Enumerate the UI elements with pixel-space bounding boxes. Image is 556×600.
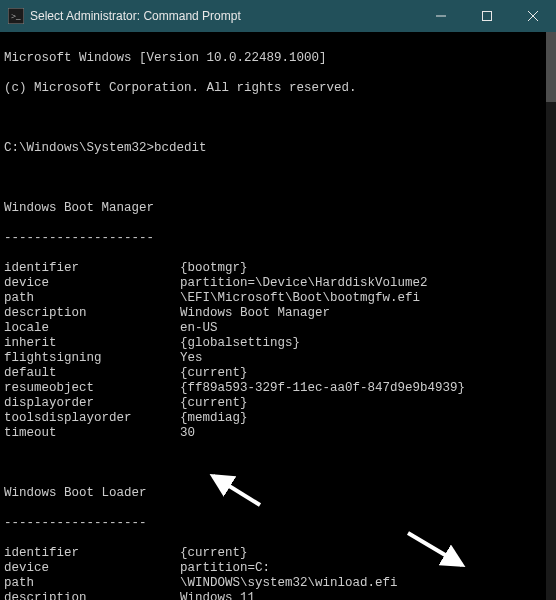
maximize-button[interactable] — [464, 0, 510, 32]
output-value: Windows Boot Manager — [180, 306, 330, 321]
window-title: Select Administrator: Command Prompt — [30, 9, 418, 23]
header-line-1: Microsoft Windows [Version 10.0.22489.10… — [4, 51, 542, 66]
output-value: {memdiag} — [180, 411, 248, 426]
output-key: description — [4, 591, 180, 600]
output-row: resumeobject{ff89a593-329f-11ec-aa0f-847… — [4, 381, 542, 396]
output-key: displayorder — [4, 396, 180, 411]
output-row: timeout30 — [4, 426, 542, 441]
output-row: localeen-US — [4, 321, 542, 336]
output-value: \WINDOWS\system32\winload.efi — [180, 576, 398, 591]
output-key: locale — [4, 321, 180, 336]
output-key: resumeobject — [4, 381, 180, 396]
output-row: path\EFI\Microsoft\Boot\bootmgfw.efi — [4, 291, 542, 306]
vertical-scrollbar[interactable] — [546, 32, 556, 600]
output-key: device — [4, 561, 180, 576]
output-row: devicepartition=C: — [4, 561, 542, 576]
header-line-2: (c) Microsoft Corporation. All rights re… — [4, 81, 542, 96]
prompt-1: C:\Windows\System32>bcdedit — [4, 141, 542, 156]
output-value: {current} — [180, 366, 248, 381]
output-key: timeout — [4, 426, 180, 441]
output-value: \EFI\Microsoft\Boot\bootmgfw.efi — [180, 291, 420, 306]
section1-rule: -------------------- — [4, 231, 542, 246]
output-value: {current} — [180, 396, 248, 411]
window-controls — [418, 0, 556, 32]
output-row: toolsdisplayorder{memdiag} — [4, 411, 542, 426]
svg-rect-3 — [483, 12, 492, 21]
section2-rule: ------------------- — [4, 516, 542, 531]
section2-title: Windows Boot Loader — [4, 486, 542, 501]
output-key: toolsdisplayorder — [4, 411, 180, 426]
output-value: 30 — [180, 426, 195, 441]
output-value: {ff89a593-329f-11ec-aa0f-847d9e9b4939} — [180, 381, 465, 396]
console-area[interactable]: Microsoft Windows [Version 10.0.22489.10… — [0, 32, 556, 600]
output-row: displayorder{current} — [4, 396, 542, 411]
close-button[interactable] — [510, 0, 556, 32]
titlebar[interactable]: >_ Select Administrator: Command Prompt — [0, 0, 556, 32]
output-row: default{current} — [4, 366, 542, 381]
scrollbar-thumb[interactable] — [546, 32, 556, 102]
output-row: descriptionWindows Boot Manager — [4, 306, 542, 321]
output-row: path\WINDOWS\system32\winload.efi — [4, 576, 542, 591]
output-key: identifier — [4, 261, 180, 276]
output-row: inherit{globalsettings} — [4, 336, 542, 351]
command-prompt-window: >_ Select Administrator: Command Prompt … — [0, 0, 556, 600]
output-value: partition=\Device\HarddiskVolume2 — [180, 276, 428, 291]
output-key: device — [4, 276, 180, 291]
output-row: identifier{current} — [4, 546, 542, 561]
output-row: descriptionWindows 11 — [4, 591, 542, 600]
svg-text:>_: >_ — [11, 11, 21, 21]
output-key: identifier — [4, 546, 180, 561]
section1-title: Windows Boot Manager — [4, 201, 542, 216]
output-value: partition=C: — [180, 561, 270, 576]
output-value: Windows 11 — [180, 591, 255, 600]
output-key: description — [4, 306, 180, 321]
output-row: identifier{bootmgr} — [4, 261, 542, 276]
cmd-icon: >_ — [8, 8, 24, 24]
output-key: inherit — [4, 336, 180, 351]
output-key: flightsigning — [4, 351, 180, 366]
output-key: default — [4, 366, 180, 381]
output-row: flightsigningYes — [4, 351, 542, 366]
console-output: Microsoft Windows [Version 10.0.22489.10… — [0, 32, 546, 600]
output-value: {current} — [180, 546, 248, 561]
output-row: devicepartition=\Device\HarddiskVolume2 — [4, 276, 542, 291]
output-value: en-US — [180, 321, 218, 336]
output-value: Yes — [180, 351, 203, 366]
output-key: path — [4, 576, 180, 591]
output-value: {globalsettings} — [180, 336, 300, 351]
output-value: {bootmgr} — [180, 261, 248, 276]
output-key: path — [4, 291, 180, 306]
minimize-button[interactable] — [418, 0, 464, 32]
